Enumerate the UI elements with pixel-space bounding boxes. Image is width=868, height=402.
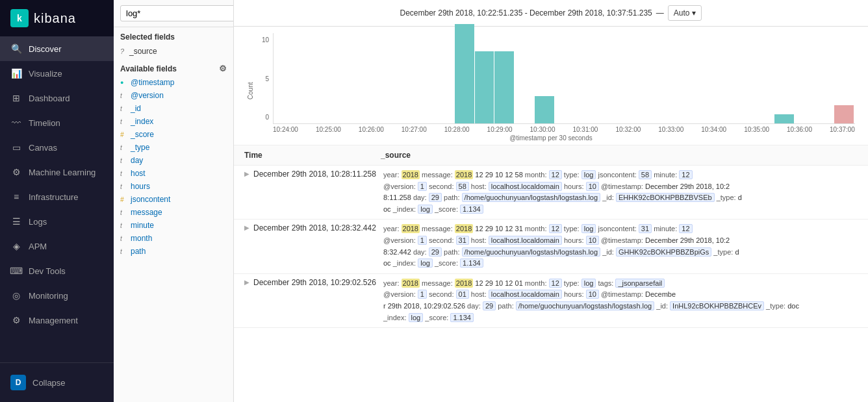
field-type-t: t [120, 248, 127, 255]
sidebar-item-label-devtools: Dev Tools [29, 266, 66, 276]
field-type-circle: ● [120, 79, 127, 86]
avatar: D [10, 375, 26, 390]
user-profile[interactable]: D Collapse [10, 370, 103, 396]
field-type-t: t [120, 105, 127, 112]
logs-icon: ☰ [10, 216, 22, 227]
field-type-t: t [120, 92, 127, 99]
col-time-header: Time [244, 151, 381, 160]
ml-icon: ⚙ [10, 166, 22, 178]
row-time: December 29th 2018, 10:29:02.526 [253, 278, 383, 287]
sidebar-item-timelion[interactable]: 〰 Timelion [0, 110, 114, 135]
field-item-score[interactable]: # _score [114, 128, 233, 141]
chart-bar[interactable] [774, 114, 794, 123]
sidebar-item-apm[interactable]: ◈ APM [0, 234, 114, 258]
chart-bar[interactable] [535, 96, 554, 123]
sidebar-item-monitoring[interactable]: ◎ Monitoring [0, 283, 114, 308]
field-item-day[interactable]: t day [114, 154, 233, 167]
sidebar-item-logs[interactable]: ☰ Logs [0, 209, 114, 234]
expand-row-button[interactable]: ▶ [244, 223, 249, 231]
fields-settings-icon[interactable]: ⚙ [219, 64, 227, 73]
monitoring-icon: ◎ [10, 290, 22, 301]
sidebar-item-label-monitoring: Monitoring [29, 291, 68, 301]
logo-text: kibana [34, 11, 76, 26]
index-pattern-input[interactable] [120, 5, 234, 21]
field-name-jsoncontent: jsoncontent [131, 195, 170, 204]
source-type-badge: ? [120, 47, 127, 55]
field-item-index[interactable]: t _index [114, 115, 233, 128]
field-item-jsoncontent[interactable]: # jsoncontent [114, 193, 233, 206]
results-header: Time _source [234, 145, 868, 166]
bars-area [273, 33, 855, 124]
field-item-type[interactable]: t _type [114, 141, 233, 154]
sidebar-item-machine-learning[interactable]: ⚙ Machine Learning [0, 160, 114, 184]
field-name-version: @version [131, 91, 164, 100]
field-type-t: t [120, 157, 127, 164]
row-time: December 29th 2018, 10:28:11.258 [253, 170, 383, 179]
collapse-label: Collapse [32, 378, 66, 388]
field-item-host[interactable]: t host [114, 167, 233, 180]
sidebar-item-label-infra: Infrastructure [29, 192, 79, 202]
sidebar-item-label-canvas: Canvas [29, 143, 57, 153]
field-name-day: day [131, 156, 143, 165]
canvas-icon: ▭ [10, 142, 22, 153]
sidebar-nav: 🔍 Discover 📊 Visualize ⊞ Dashboard 〰 Tim… [0, 36, 114, 362]
x-axis-label: 10:34:00 [701, 126, 726, 133]
management-icon: ⚙ [10, 314, 22, 326]
sidebar-item-label-ml: Machine Learning [29, 168, 96, 177]
sidebar-item-label-timelion: Timelion [29, 118, 60, 128]
field-item-message[interactable]: t message [114, 206, 233, 219]
expand-row-button[interactable]: ▶ [244, 278, 249, 286]
field-panel: ◀ Selected fields ? _source Available fi… [114, 0, 234, 402]
index-selector: ◀ [114, 0, 233, 27]
x-axis: 10:24:0010:25:0010:26:0010:27:0010:28:00… [247, 124, 855, 133]
discover-icon: 🔍 [10, 43, 22, 55]
sidebar-item-management[interactable]: ⚙ Management [0, 308, 114, 333]
sidebar-item-discover[interactable]: 🔍 Discover [0, 36, 114, 61]
row-source: year: 2018 message: 2018 12 29 10 12 31 … [383, 223, 858, 269]
chart-bar[interactable] [455, 24, 474, 123]
sidebar-item-label-visualize: Visualize [29, 69, 62, 79]
chart-area: 10 5 0 Count 10:24:0010:25:0010:26:0010:… [234, 27, 868, 145]
field-item-minute[interactable]: t minute [114, 219, 233, 232]
y-axis-0: 0 [265, 114, 269, 121]
x-axis-label: 10:24:00 [273, 126, 298, 133]
x-axis-label: 10:28:00 [444, 126, 470, 133]
devtools-icon: ⌨ [10, 265, 22, 277]
x-axis-label: 10:27:00 [402, 126, 427, 133]
field-item-hours[interactable]: t hours [114, 180, 233, 193]
results-area: Time _source ▶ December 29th 2018, 10:28… [234, 145, 868, 402]
table-row: ▶ December 29th 2018, 10:28:32.442 year:… [234, 220, 868, 273]
field-type-t: t [120, 209, 127, 216]
y-axis-5: 5 [265, 75, 269, 82]
field-item-version[interactable]: t @version [114, 89, 233, 102]
sidebar-item-devtools[interactable]: ⌨ Dev Tools [0, 258, 114, 283]
chart-bar[interactable] [834, 105, 854, 123]
sidebar-item-dashboard[interactable]: ⊞ Dashboard [0, 86, 114, 110]
sidebar-item-visualize[interactable]: 📊 Visualize [0, 61, 114, 86]
sidebar-item-label-dashboard: Dashboard [29, 94, 70, 103]
infra-icon: ≡ [10, 191, 22, 203]
row-source: year: 2018 message: 2018 12 29 10 12 58 … [383, 170, 858, 215]
sidebar-item-label-discover: Discover [29, 44, 62, 54]
sidebar-item-infrastructure[interactable]: ≡ Infrastructure [0, 184, 114, 209]
source-field-item[interactable]: ? _source [114, 44, 233, 58]
sidebar-item-canvas[interactable]: ▭ Canvas [0, 135, 114, 160]
field-item-path[interactable]: t path [114, 245, 233, 258]
table-row: ▶ December 29th 2018, 10:28:11.258 year:… [234, 166, 868, 220]
field-type-t: t [120, 235, 127, 242]
sidebar-item-label-management: Management [29, 316, 78, 325]
logo[interactable]: k kibana [0, 0, 114, 36]
expand-row-button[interactable]: ▶ [244, 170, 249, 177]
field-type-t: t [120, 222, 127, 229]
chart-bar[interactable] [475, 51, 494, 123]
x-axis-label: 10:25:00 [316, 126, 341, 133]
field-item-timestamp[interactable]: ● @timestamp [114, 76, 233, 89]
field-name-month: month [131, 234, 152, 243]
x-axis-label: 10:30:00 [530, 126, 555, 133]
field-name-score: _score [131, 130, 154, 139]
interval-selector[interactable]: Auto ▾ [668, 5, 702, 21]
field-item-month[interactable]: t month [114, 232, 233, 245]
apm-icon: ◈ [10, 240, 22, 252]
field-item-id[interactable]: t _id [114, 102, 233, 115]
chart-bar[interactable] [494, 51, 514, 123]
